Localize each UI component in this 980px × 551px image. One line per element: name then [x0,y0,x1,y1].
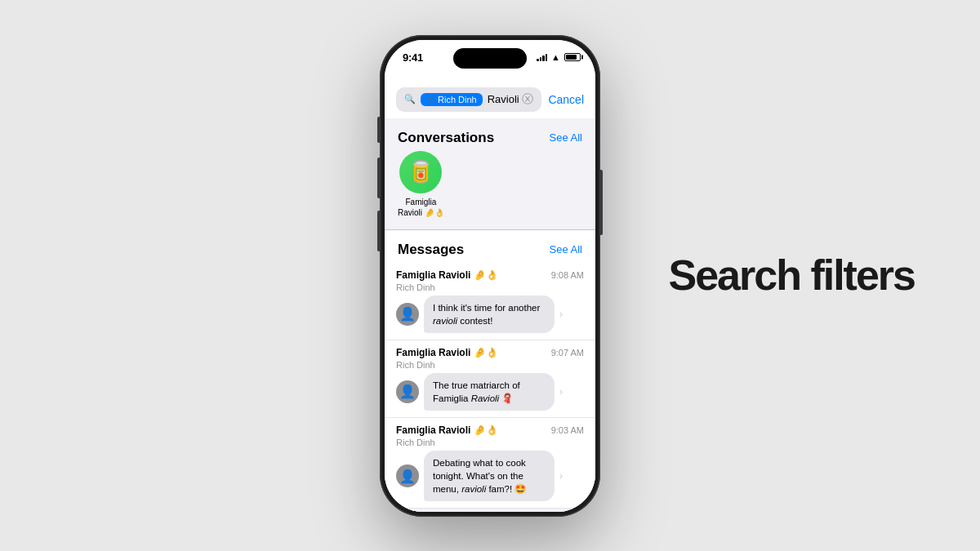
conversations-see-all[interactable]: See All [550,131,582,144]
msg-highlight-1: ravioli [433,316,457,326]
msg-time-1: 9:08 AM [551,270,584,280]
search-filters-label: Search filters [669,251,915,299]
dynamic-island [453,48,527,69]
msg-group-1: Famiglia Ravioli 🤌👌 [396,269,498,281]
wifi-icon: ▲ [551,52,560,62]
msg-avatar-1: 👤 [396,303,419,326]
messages-see-all[interactable]: See All [550,243,582,256]
photos-header: Photos See All [385,509,595,511]
conversations-section: Conversations See All 🥫 FamigliaRavioli … [385,118,595,229]
messages-header: Messages See All [385,230,595,263]
conversations-header: Conversations See All [385,118,595,151]
cancel-button[interactable]: Cancel [548,93,584,106]
photos-section: Photos See All [385,509,595,511]
msg-chevron-3: › [559,470,563,482]
msg-highlight-2: Ravioli [471,393,500,403]
msg-group-3: Famiglia Ravioli 🤌👌 [396,424,498,436]
msg-sender-2: Rich Dinh [396,360,584,370]
status-time: 9:41 [403,51,423,64]
chip-avatar: 👤 [426,96,435,104]
phone-shell: 9:41 ▲ [380,35,600,517]
search-chip[interactable]: 👤 Rich Dinh [421,93,483,106]
msg-bubble-2: The true matriarch of Famiglia Ravioli 🧣 [424,373,555,411]
right-label-container: Search filters [669,252,915,299]
msg-chevron-1: › [559,309,563,320]
msg-avatar-2: 👤 [396,380,419,403]
chip-label: Rich Dinh [438,95,477,104]
conv-avatar-famiglia: 🥫 [399,151,442,193]
battery-icon [564,53,581,61]
conversation-item-famiglia[interactable]: 🥫 FamigliaRavioli 🤌👌 [385,151,457,229]
messages-section: Messages See All Famiglia Ravioli 🤌👌 9:0… [385,230,595,509]
phone-screen: 9:41 ▲ [385,40,595,512]
search-clear-icon[interactable]: ⓧ [522,92,533,107]
msg-highlight-3: ravioli [461,484,486,494]
msg-chevron-2: › [559,386,563,398]
phone-content: 🔍 👤 Rich Dinh Ravioli ⓧ Cancel Conversat… [385,81,595,512]
message-row-2[interactable]: Famiglia Ravioli 🤌👌 9:07 AM Rich Dinh 👤 … [385,340,595,418]
search-field[interactable]: 🔍 👤 Rich Dinh Ravioli ⓧ [396,87,541,112]
conversations-title: Conversations [398,130,494,146]
message-row-1[interactable]: Famiglia Ravioli 🤌👌 9:08 AM Rich Dinh 👤 … [385,263,595,340]
msg-time-3: 9:03 AM [551,425,584,435]
msg-bubble-1: I think it's time for another ravioli co… [424,295,555,333]
messages-title: Messages [398,242,464,258]
msg-sender-1: Rich Dinh [396,282,584,292]
msg-time-2: 9:07 AM [551,348,584,358]
status-bar: 9:41 ▲ [385,40,595,81]
status-icons: ▲ [537,52,581,62]
search-query[interactable]: Ravioli [488,93,518,105]
msg-bubble-3: Debating what to cook tonight. What's on… [424,451,555,501]
message-row-3[interactable]: Famiglia Ravioli 🤌👌 9:03 AM Rich Dinh 👤 … [385,418,595,509]
search-bar[interactable]: 🔍 👤 Rich Dinh Ravioli ⓧ Cancel [385,81,595,118]
famiglia-emoji: 🥫 [408,159,434,184]
search-icon: 🔍 [404,94,416,104]
signal-icon [537,53,547,61]
msg-group-2: Famiglia Ravioli 🤌👌 [396,347,498,358]
scene: 9:41 ▲ [0,0,980,551]
msg-avatar-3: 👤 [396,464,419,487]
conv-name-famiglia: FamigliaRavioli 🤌👌 [398,197,444,218]
msg-sender-3: Rich Dinh [396,438,584,447]
